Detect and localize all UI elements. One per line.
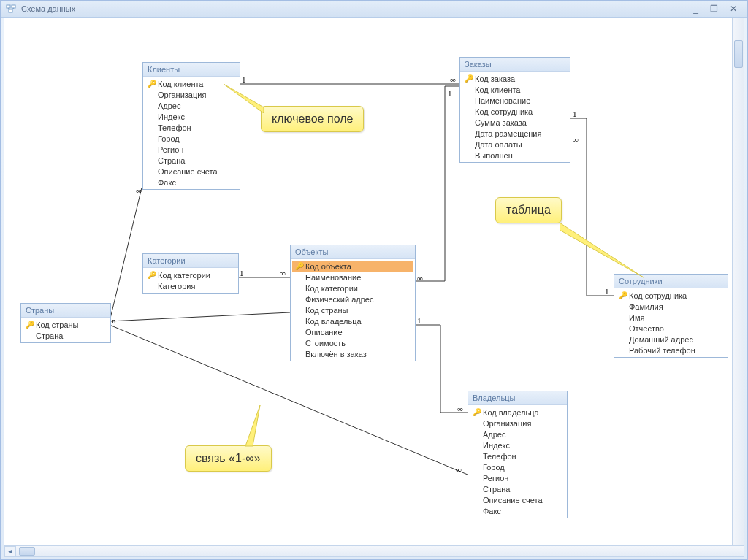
- field[interactable]: Физический адрес: [292, 294, 413, 304]
- field[interactable]: Стоимость: [292, 337, 413, 348]
- field[interactable]: Страна: [23, 330, 109, 341]
- cardinality-n: n: [112, 316, 116, 325]
- scrollbar-thumb[interactable]: [19, 547, 35, 556]
- window-title: Схема данных: [21, 4, 687, 13]
- restore-button[interactable]: ❐: [704, 4, 724, 14]
- table-objects[interactable]: Объекты 🔑Код объекта Наименование Код ка…: [290, 245, 416, 361]
- minimize-button[interactable]: _: [687, 4, 704, 14]
- cardinality-one: 1: [417, 316, 421, 325]
- table-header[interactable]: Владельцы: [468, 391, 567, 405]
- field[interactable]: Регион: [145, 144, 238, 155]
- field[interactable]: Страна: [145, 155, 238, 166]
- field[interactable]: Дата размещения: [462, 128, 568, 139]
- field[interactable]: Индекс: [145, 111, 238, 122]
- field-primary-key[interactable]: 🔑Код категории: [145, 269, 237, 280]
- field[interactable]: Код сотрудника: [462, 106, 568, 117]
- app-icon: [5, 3, 17, 15]
- close-button[interactable]: ✕: [724, 4, 743, 14]
- vertical-scrollbar[interactable]: [732, 18, 744, 545]
- field[interactable]: Включён в заказ: [292, 348, 413, 359]
- svg-marker-5: [245, 405, 260, 446]
- key-icon: 🔑: [148, 271, 156, 279]
- field[interactable]: Индекс: [470, 440, 565, 450]
- app-window: Схема данных _ ❐ ✕: [0, 0, 748, 560]
- field[interactable]: Организация: [470, 418, 565, 429]
- diagram-canvas-frame: 1 ∞ 1 ∞ 1 ∞ 1 1 ∞ n ∞ 1 ∞ ∞ Клиенты 🔑Код…: [4, 18, 744, 546]
- field[interactable]: Код категории: [292, 283, 413, 294]
- key-icon: 🔑: [26, 321, 34, 329]
- titlebar[interactable]: Схема данных _ ❐ ✕: [1, 1, 747, 18]
- table-header[interactable]: Сотрудники: [614, 275, 728, 288]
- field[interactable]: Категория: [145, 280, 237, 291]
- field[interactable]: Код страны: [292, 304, 413, 315]
- scroll-left-icon[interactable]: ◄: [4, 546, 16, 556]
- cardinality-one: 1: [240, 269, 244, 277]
- field[interactable]: Выполнен: [462, 150, 568, 161]
- field-primary-key[interactable]: 🔑Код страны: [23, 319, 109, 330]
- field[interactable]: Отчество: [616, 323, 726, 334]
- field[interactable]: Телефон: [145, 122, 238, 133]
- field[interactable]: Наименование: [462, 95, 568, 106]
- key-icon: 🔑: [473, 408, 481, 416]
- field[interactable]: Описание счета: [145, 166, 238, 177]
- field[interactable]: Рабочий телефон: [616, 345, 726, 356]
- svg-marker-4: [560, 223, 644, 277]
- field[interactable]: Код клиента: [462, 84, 568, 95]
- callout-tail-icon: [560, 223, 647, 281]
- cardinality-one: 1: [573, 110, 577, 118]
- table-employees[interactable]: Сотрудники 🔑Код сотрудника Фамилия Имя О…: [614, 274, 728, 358]
- table-header[interactable]: Категории: [143, 254, 238, 268]
- cardinality-one: 1: [605, 287, 609, 296]
- table-orders[interactable]: Заказы 🔑Код заказа Код клиента Наименова…: [459, 57, 570, 163]
- table-fields: 🔑Код заказа Код клиента Наименование Код…: [460, 72, 570, 162]
- table-fields: 🔑Код сотрудника Фамилия Имя Отчество Дом…: [614, 288, 728, 357]
- cardinality-many: ∞: [450, 75, 456, 84]
- table-clients[interactable]: Клиенты 🔑Код клиента Организация Адрес И…: [142, 62, 240, 190]
- field[interactable]: Телефон: [470, 450, 565, 461]
- field[interactable]: Регион: [470, 472, 565, 483]
- field[interactable]: Адрес: [145, 100, 238, 111]
- field-primary-key[interactable]: 🔑Код заказа: [462, 73, 568, 84]
- field[interactable]: Описание: [292, 326, 413, 337]
- field[interactable]: Факс: [470, 505, 565, 516]
- table-owners[interactable]: Владельцы 🔑Код владельца Организация Адр…: [468, 391, 568, 518]
- field-primary-key[interactable]: 🔑Код клиента: [145, 78, 238, 89]
- field-primary-key[interactable]: 🔑Код владельца: [470, 407, 565, 418]
- field-primary-key[interactable]: 🔑Код объекта: [292, 261, 413, 272]
- table-categories[interactable]: Категории 🔑Код категории Категория: [142, 253, 239, 294]
- table-fields: 🔑Код клиента Организация Адрес Индекс Те…: [143, 77, 240, 189]
- field[interactable]: Наименование: [292, 272, 413, 283]
- table-header[interactable]: Клиенты: [143, 63, 240, 77]
- field[interactable]: Страна: [470, 483, 565, 494]
- field[interactable]: Адрес: [470, 429, 565, 440]
- svg-rect-0: [7, 5, 10, 8]
- field[interactable]: Описание счета: [470, 494, 565, 505]
- field[interactable]: Организация: [145, 89, 238, 100]
- svg-rect-2: [9, 9, 12, 12]
- table-countries[interactable]: Страны 🔑Код страны Страна: [20, 303, 111, 343]
- cardinality-one: 1: [242, 75, 246, 84]
- key-icon: 🔑: [148, 80, 156, 88]
- field[interactable]: Город: [145, 133, 238, 144]
- horizontal-scrollbar[interactable]: ◄: [4, 545, 744, 557]
- field[interactable]: Домашний адрес: [616, 334, 726, 345]
- field[interactable]: Дата оплаты: [462, 139, 568, 150]
- field-primary-key[interactable]: 🔑Код сотрудника: [616, 290, 726, 301]
- key-icon: 🔑: [619, 291, 627, 299]
- table-header[interactable]: Заказы: [460, 58, 570, 72]
- table-fields: 🔑Код страны Страна: [21, 318, 110, 342]
- cardinality-many: ∞: [457, 404, 463, 413]
- callout-key-field: ключевое поле: [261, 106, 364, 132]
- field[interactable]: Имя: [616, 312, 726, 323]
- cardinality-many: ∞: [456, 465, 462, 474]
- field[interactable]: Факс: [145, 177, 238, 188]
- scrollbar-thumb[interactable]: [734, 40, 743, 68]
- cardinality-many: ∞: [280, 269, 286, 277]
- field[interactable]: Код владельца: [292, 315, 413, 326]
- diagram-canvas[interactable]: 1 ∞ 1 ∞ 1 ∞ 1 1 ∞ n ∞ 1 ∞ ∞ Клиенты 🔑Код…: [4, 18, 744, 545]
- field[interactable]: Сумма заказа: [462, 117, 568, 128]
- table-header[interactable]: Объекты: [291, 245, 415, 259]
- field[interactable]: Город: [470, 461, 565, 472]
- table-header[interactable]: Страны: [21, 304, 110, 318]
- field[interactable]: Фамилия: [616, 301, 726, 312]
